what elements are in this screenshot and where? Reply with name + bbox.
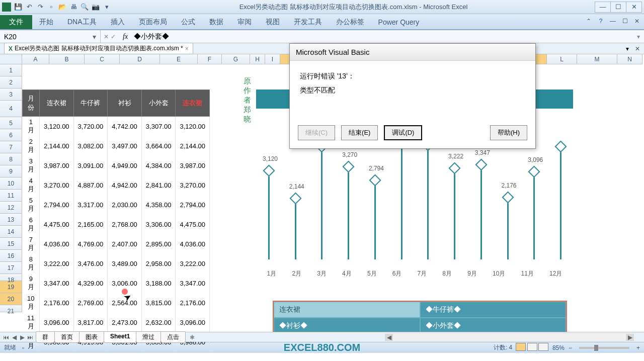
sheet-next-icon[interactable]: ▶ (18, 334, 26, 341)
table-cell[interactable]: 1月 (23, 117, 40, 137)
cancel-formula-icon[interactable]: ✕ (104, 33, 109, 40)
ribbon-tab-powerquery[interactable]: Power Query (371, 15, 427, 29)
table-cell[interactable]: 7月 (23, 234, 40, 254)
table-cell[interactable]: 2,769.00 (73, 293, 108, 313)
table-cell[interactable]: 3,120.00 (40, 117, 74, 137)
table-cell[interactable]: 3,987.00 (40, 156, 74, 175)
ribbon-tab-review[interactable]: 审阅 (230, 15, 259, 29)
row-header[interactable]: 18 (0, 274, 22, 281)
table-cell[interactable]: 2,473.00 (108, 313, 142, 332)
column-header[interactable]: N (617, 54, 642, 64)
table-cell[interactable]: 4,329.00 (73, 274, 108, 293)
open-icon[interactable]: 📂 (57, 2, 67, 12)
minimize-ribbon-icon[interactable]: ⌃ (584, 16, 594, 26)
zoom-in-icon[interactable]: + (636, 344, 640, 351)
row-header[interactable]: 8 (0, 153, 22, 165)
row-header[interactable]: 9 (0, 165, 22, 177)
row-header[interactable]: 11 (0, 190, 22, 202)
table-cell[interactable]: 3,497.00 (108, 136, 142, 156)
scroll-track[interactable] (393, 334, 626, 341)
ribbon-tab-view[interactable]: 视图 (259, 15, 287, 29)
sheet-tab[interactable]: 图表 (79, 331, 104, 343)
table-cell[interactable]: 4,742.00 (108, 117, 142, 137)
row-header[interactable]: 20 (0, 293, 22, 305)
chart-point[interactable]: 3,120 (268, 171, 270, 259)
chart-point[interactable]: 3,270 (348, 167, 349, 259)
ribbon-tab-developer[interactable]: 开发工具 (287, 15, 329, 29)
column-header[interactable]: C (85, 54, 120, 64)
row-header[interactable]: 16 (0, 250, 22, 262)
table-cell[interactable]: 3月 (23, 156, 40, 175)
table-cell[interactable]: 4,475.00 (40, 215, 74, 234)
table-cell[interactable]: 4,036.00 (176, 234, 210, 254)
table-cell[interactable]: 2,794.00 (40, 195, 74, 215)
ribbon-tab-home[interactable]: 开始 (32, 15, 60, 29)
help-icon[interactable]: ? (596, 16, 606, 26)
column-header[interactable]: M (577, 54, 617, 64)
window-restore-icon[interactable]: ☐ (620, 16, 630, 26)
table-cell[interactable]: 3,222.00 (40, 254, 74, 274)
workbook-close-icon[interactable]: ✕ (635, 45, 640, 52)
table-cell[interactable]: 3,082.00 (73, 136, 108, 156)
camera-icon[interactable]: 📷 (91, 2, 101, 12)
row-header[interactable]: 10 (0, 177, 22, 190)
chart-point[interactable]: 2,794 (374, 181, 376, 259)
sheet-first-icon[interactable]: ⏮ (2, 334, 10, 341)
chart-point[interactable]: 2,176 (507, 198, 509, 259)
row-header[interactable]: 5 (0, 117, 22, 129)
table-row[interactable]: 9月3,347.004,329.003,006.003,188.003,347.… (23, 274, 210, 293)
ribbon-tab-data[interactable]: 数据 (202, 15, 230, 29)
table-cell[interactable]: 2,895.00 (141, 234, 176, 254)
table-cell[interactable]: 3,270.00 (176, 175, 210, 195)
normal-view-icon[interactable] (516, 343, 526, 351)
zoom-slider[interactable] (579, 347, 629, 349)
table-cell[interactable]: 4月 (23, 175, 40, 195)
table-cell[interactable]: 2,958.00 (141, 254, 176, 274)
table-cell[interactable]: 3,307.00 (141, 117, 176, 137)
table-cell[interactable]: 10月 (23, 293, 40, 313)
name-box-dropdown-icon[interactable]: ▾ (93, 33, 96, 41)
table-cell[interactable]: 4,942.00 (108, 175, 142, 195)
scroll-right-icon[interactable]: ▶ (626, 334, 634, 341)
row-header[interactable]: 4 (0, 101, 22, 117)
table-cell[interactable]: 3,815.00 (141, 293, 176, 313)
sheet-prev-icon[interactable]: ◀ (10, 334, 18, 341)
chart-point[interactable]: 3,347 (480, 165, 482, 259)
row-header[interactable]: 6 (0, 129, 22, 141)
zoom-level[interactable]: 85% (552, 344, 565, 351)
table-cell[interactable]: 2,632.00 (141, 313, 176, 332)
table-cell[interactable]: 2,144.00 (40, 136, 74, 156)
sheet-tab[interactable]: 首页 (54, 331, 79, 343)
page-break-view-icon[interactable] (538, 343, 548, 351)
table-row[interactable]: 1月3,120.003,720.004,742.003,307.003,120.… (23, 117, 210, 137)
ribbon-tab-insert[interactable]: 插入 (104, 15, 132, 29)
page-layout-view-icon[interactable] (527, 343, 537, 351)
window-min-icon[interactable]: — (608, 16, 618, 26)
legend-item[interactable]: 连衣裙 (274, 302, 420, 318)
table-cell[interactable]: 3,489.00 (108, 254, 142, 274)
table-cell[interactable]: 2,165.00 (73, 215, 108, 234)
vb-help-button[interactable]: 帮助(H) (490, 125, 527, 140)
table-cell[interactable]: 6月 (23, 215, 40, 234)
row-header[interactable]: 2 (0, 76, 22, 88)
table-cell[interactable]: 11月 (23, 313, 40, 332)
column-header[interactable]: A (22, 54, 49, 64)
sheet-tab[interactable]: 点击 (160, 331, 186, 343)
table-cell[interactable]: 3,347.00 (176, 274, 210, 293)
qat-dropdown-icon[interactable]: ▾ (102, 2, 112, 12)
column-header[interactable]: G (222, 54, 250, 64)
table-row[interactable]: 8月3,222.003,476.003,489.002,958.003,222.… (23, 254, 210, 274)
table-cell[interactable]: 3,720.00 (73, 117, 108, 137)
chart-point[interactable] (401, 133, 403, 259)
table-cell[interactable]: 3,306.00 (141, 215, 176, 234)
table-cell[interactable]: 3,188.00 (141, 274, 176, 293)
column-header[interactable]: L (547, 54, 577, 64)
table-cell[interactable]: 3,096.00 (176, 313, 210, 332)
table-row[interactable]: 7月4,036.004,769.002,407.002,895.004,036.… (23, 234, 210, 254)
row-header[interactable]: 15 (0, 238, 22, 250)
table-row[interactable]: 10月2,176.002,769.002,564.003,815.002,176… (23, 293, 210, 313)
table-cell[interactable]: 3,476.00 (73, 254, 108, 274)
undo-icon[interactable]: ↶ (24, 2, 34, 12)
table-cell[interactable]: 3,120.00 (176, 117, 210, 137)
sheet-last-icon[interactable]: ⏭ (26, 334, 34, 341)
